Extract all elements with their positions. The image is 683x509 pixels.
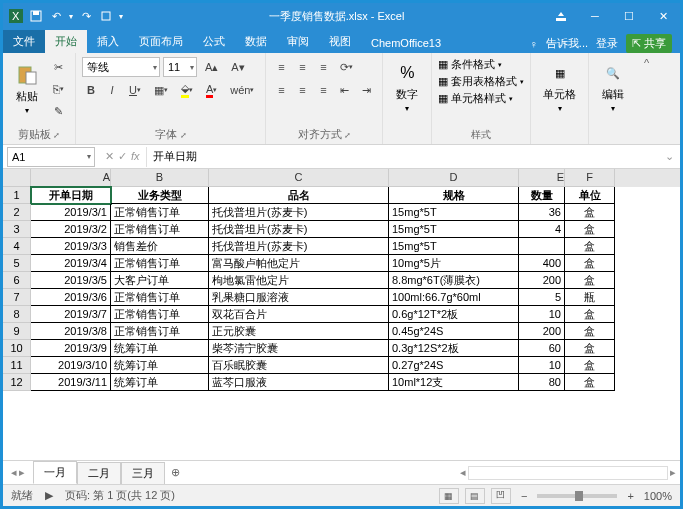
qat-option-icon[interactable] bbox=[99, 9, 113, 23]
cell[interactable]: 百乐眠胶囊 bbox=[209, 357, 389, 374]
underline-button[interactable]: U▾ bbox=[124, 80, 146, 100]
cell[interactable] bbox=[519, 238, 565, 255]
cell[interactable]: 盒 bbox=[565, 306, 615, 323]
tab-home[interactable]: 开始 bbox=[45, 30, 87, 53]
cell[interactable]: 蓝芩口服液 bbox=[209, 374, 389, 391]
cell[interactable]: 10 bbox=[519, 357, 565, 374]
cell[interactable]: 盒 bbox=[565, 374, 615, 391]
shrink-font-button[interactable]: A▾ bbox=[226, 57, 249, 77]
cell[interactable]: 正元胶囊 bbox=[209, 323, 389, 340]
cell[interactable]: 乳果糖口服溶液 bbox=[209, 289, 389, 306]
cell[interactable]: 5 bbox=[519, 289, 565, 306]
col-header-e[interactable]: E bbox=[519, 169, 565, 187]
cell[interactable]: 8.8mg*6T(薄膜衣) bbox=[389, 272, 519, 289]
cell[interactable]: 15mg*5T bbox=[389, 221, 519, 238]
cell[interactable]: 单位 bbox=[565, 187, 615, 204]
align-middle-button[interactable]: ≡ bbox=[293, 57, 311, 77]
cell[interactable]: 品名 bbox=[209, 187, 389, 204]
cell[interactable]: 正常销售订单 bbox=[111, 306, 209, 323]
cell[interactable]: 盒 bbox=[565, 255, 615, 272]
font-color-button[interactable]: A▾ bbox=[201, 80, 222, 100]
cell[interactable]: 200 bbox=[519, 323, 565, 340]
row-header[interactable]: 5 bbox=[3, 255, 31, 272]
cell[interactable]: 盒 bbox=[565, 238, 615, 255]
cell[interactable]: 统筹订单 bbox=[111, 340, 209, 357]
cell[interactable]: 2019/3/1 bbox=[31, 204, 111, 221]
row-header[interactable]: 10 bbox=[3, 340, 31, 357]
cell[interactable]: 0.45g*24S bbox=[389, 323, 519, 340]
sheet-tab-1[interactable]: 一月 bbox=[33, 461, 77, 484]
cell[interactable]: 数量 bbox=[519, 187, 565, 204]
format-painter-button[interactable]: ✎ bbox=[48, 101, 69, 121]
cell[interactable]: 80 bbox=[519, 374, 565, 391]
view-normal-button[interactable]: ▦ bbox=[439, 488, 459, 504]
row-header[interactable]: 6 bbox=[3, 272, 31, 289]
row-header[interactable]: 9 bbox=[3, 323, 31, 340]
cell[interactable]: 0.3g*12S*2板 bbox=[389, 340, 519, 357]
cell[interactable]: 销售差价 bbox=[111, 238, 209, 255]
align-left-button[interactable]: ≡ bbox=[272, 80, 290, 100]
cell[interactable]: 盒 bbox=[565, 323, 615, 340]
cell[interactable]: 托伐普坦片(苏麦卡) bbox=[209, 221, 389, 238]
row-header[interactable]: 7 bbox=[3, 289, 31, 306]
fill-color-button[interactable]: ⬙▾ bbox=[176, 80, 198, 100]
hscroll-bar[interactable] bbox=[468, 466, 668, 480]
cell[interactable]: 60 bbox=[519, 340, 565, 357]
cell[interactable]: 2019/3/9 bbox=[31, 340, 111, 357]
cell[interactable]: 正常销售订单 bbox=[111, 221, 209, 238]
cell[interactable]: 富马酸卢帕他定片 bbox=[209, 255, 389, 272]
col-header-a[interactable]: A bbox=[31, 169, 111, 187]
macro-icon[interactable]: ▶ bbox=[45, 489, 53, 502]
cell[interactable]: 2019/3/2 bbox=[31, 221, 111, 238]
tab-data[interactable]: 数据 bbox=[235, 30, 277, 53]
cell[interactable]: 10 bbox=[519, 306, 565, 323]
qat-customize-icon[interactable]: ▾ bbox=[119, 12, 123, 21]
col-header-b[interactable]: B bbox=[111, 169, 209, 187]
phonetic-button[interactable]: wén▾ bbox=[225, 80, 259, 100]
cell[interactable]: 2019/3/11 bbox=[31, 374, 111, 391]
cells-button[interactable]: ▦ 单元格 ▾ bbox=[537, 57, 582, 117]
row-header[interactable]: 12 bbox=[3, 374, 31, 391]
cell[interactable]: 规格 bbox=[389, 187, 519, 204]
row-header[interactable]: 11 bbox=[3, 357, 31, 374]
ribbon-options-icon[interactable] bbox=[544, 3, 578, 29]
cell[interactable]: 柴芩清宁胶囊 bbox=[209, 340, 389, 357]
font-name-combo[interactable]: 等线 bbox=[82, 57, 160, 77]
view-break-button[interactable]: 凹 bbox=[491, 488, 511, 504]
grow-font-button[interactable]: A▴ bbox=[200, 57, 223, 77]
cell[interactable]: 100ml:66.7g*60ml bbox=[389, 289, 519, 306]
cell[interactable]: 0.27g*24S bbox=[389, 357, 519, 374]
align-center-button[interactable]: ≡ bbox=[293, 80, 311, 100]
copy-button[interactable]: ⎘▾ bbox=[48, 79, 69, 99]
cell[interactable]: 枸地氯雷他定片 bbox=[209, 272, 389, 289]
cell[interactable]: 2019/3/4 bbox=[31, 255, 111, 272]
signin[interactable]: 登录 bbox=[596, 36, 618, 51]
expand-formula-icon[interactable]: ⌄ bbox=[659, 150, 680, 163]
tab-insert[interactable]: 插入 bbox=[87, 30, 129, 53]
cell[interactable]: 双花百合片 bbox=[209, 306, 389, 323]
row-header[interactable]: 8 bbox=[3, 306, 31, 323]
align-right-button[interactable]: ≡ bbox=[314, 80, 332, 100]
editing-button[interactable]: 🔍 编辑 ▾ bbox=[595, 57, 631, 117]
row-header[interactable]: 3 bbox=[3, 221, 31, 238]
tab-formulas[interactable]: 公式 bbox=[193, 30, 235, 53]
cell[interactable]: 业务类型 bbox=[111, 187, 209, 204]
font-size-combo[interactable]: 11 bbox=[163, 57, 197, 77]
zoom-out-button[interactable]: − bbox=[517, 490, 531, 502]
undo-dropdown-icon[interactable]: ▾ bbox=[69, 12, 73, 21]
tab-layout[interactable]: 页面布局 bbox=[129, 30, 193, 53]
cell[interactable]: 200 bbox=[519, 272, 565, 289]
border-button[interactable]: ▦▾ bbox=[149, 80, 173, 100]
tab-chemoffice[interactable]: ChemOffice13 bbox=[361, 33, 451, 53]
cell[interactable]: 2019/3/6 bbox=[31, 289, 111, 306]
tell-me-icon[interactable]: ♀ bbox=[530, 38, 538, 50]
cell[interactable]: 10ml*12支 bbox=[389, 374, 519, 391]
name-box[interactable]: A1 bbox=[7, 147, 95, 167]
cell[interactable]: 正常销售订单 bbox=[111, 255, 209, 272]
zoom-slider[interactable] bbox=[537, 494, 617, 498]
cell[interactable]: 正常销售订单 bbox=[111, 323, 209, 340]
share-button[interactable]: ⇱共享 bbox=[626, 34, 672, 53]
cell[interactable]: 盒 bbox=[565, 340, 615, 357]
view-page-button[interactable]: ▤ bbox=[465, 488, 485, 504]
undo-icon[interactable]: ↶ bbox=[49, 9, 63, 23]
